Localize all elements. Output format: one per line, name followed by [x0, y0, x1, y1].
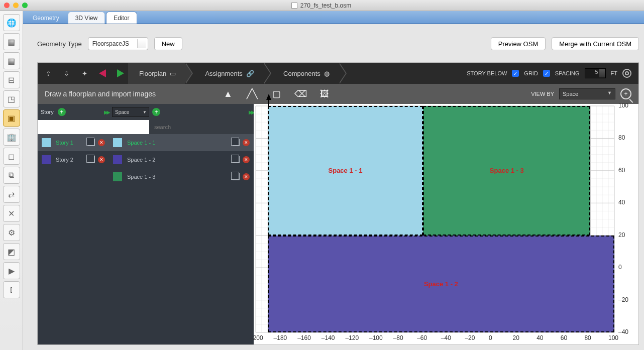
- rail-floorplan-icon[interactable]: ▣: [3, 109, 20, 127]
- delete-space-icon[interactable]: ✕: [243, 173, 250, 180]
- rail-wrench-icon[interactable]: ✕: [3, 205, 20, 222]
- x-tick: –140: [321, 334, 335, 341]
- x-tick: 0: [489, 334, 492, 341]
- add-story-button[interactable]: +: [58, 108, 66, 116]
- story-swatch: [42, 155, 51, 164]
- left-rail: 🌐▦▦⊟◳▣🏢◻⧉⇄✕⚙◩▶⫿: [0, 11, 23, 350]
- duplicate-space-icon[interactable]: [233, 156, 240, 163]
- grid-checkbox[interactable]: ✓: [543, 70, 550, 77]
- duplicate-space-icon[interactable]: [233, 173, 240, 180]
- y-tick: 40: [618, 199, 625, 206]
- story-below-label: STORY BELOW: [467, 70, 507, 76]
- spacing-unit: FT: [611, 70, 617, 76]
- rail-outlet-icon[interactable]: ⊟: [3, 71, 20, 88]
- rail-building-icon[interactable]: 🏢: [3, 129, 20, 146]
- space-name[interactable]: Space 1 - 1: [127, 140, 155, 146]
- x-tick: –40: [441, 334, 451, 341]
- x-tick: 80: [584, 334, 591, 341]
- zoom-window-button[interactable]: [22, 3, 28, 8]
- space-type-select[interactable]: Space: [112, 107, 149, 117]
- rail-blocks-icon[interactable]: ▦: [3, 52, 20, 69]
- y-tick: 60: [618, 167, 625, 174]
- rail-swap-icon[interactable]: ⇄: [3, 186, 20, 203]
- close-window-button[interactable]: [4, 3, 10, 8]
- delete-story-icon[interactable]: ✕: [98, 139, 105, 146]
- rail-box-icon[interactable]: ◻: [3, 148, 20, 165]
- gear-icon[interactable]: [622, 69, 631, 78]
- story-name[interactable]: Story 2: [56, 157, 73, 163]
- space-name[interactable]: Space 1 - 3: [127, 174, 155, 180]
- merge-osm-button[interactable]: Merge with Current OSM: [552, 37, 639, 50]
- crumb-assignments[interactable]: Assignments 🔗: [194, 63, 263, 84]
- floorplan-canvas[interactable]: Space 1 - 1Space 1 - 3Space 1 - 2 –200–1…: [254, 104, 638, 344]
- space-name[interactable]: Space 1 - 2: [127, 157, 155, 163]
- duplicate-story-icon[interactable]: [88, 139, 95, 146]
- editor-breadcrumb-bar: ⇪ ⇩ ✦ Floorplan ▭ Assignments 🔗 Compon: [38, 63, 638, 84]
- new-button[interactable]: New: [154, 37, 182, 50]
- zone-space-1---3[interactable]: Space 1 - 3: [423, 106, 590, 236]
- x-tick: 60: [561, 334, 567, 341]
- story-below-checkbox[interactable]: ✓: [512, 70, 519, 77]
- export-icon[interactable]: ⇩: [59, 66, 74, 81]
- story-header-label: Story: [41, 109, 54, 115]
- x-tick: –200: [250, 334, 263, 341]
- y-tick: 0: [618, 264, 622, 271]
- image-tool-icon[interactable]: 🖼: [318, 87, 331, 100]
- delete-space-icon[interactable]: ✕: [243, 139, 250, 146]
- settings-gears-icon[interactable]: ✦: [77, 66, 92, 81]
- zone-space-1---1[interactable]: Space 1 - 1: [268, 106, 423, 236]
- rail-globe-icon[interactable]: 🌐: [3, 14, 20, 31]
- zoom-icon[interactable]: [620, 88, 631, 99]
- rail-gear2-icon[interactable]: ⚙: [3, 224, 20, 241]
- list-header-row: Story + ▶▶ Space + ▶▶: [38, 104, 254, 120]
- preview-osm-button[interactable]: Preview OSM: [491, 37, 546, 50]
- spacing-label: SPACING: [555, 70, 580, 76]
- window-titlebar: 270_fs_test_b.osm: [0, 0, 644, 11]
- spacing-input[interactable]: 5: [585, 68, 606, 78]
- tab-editor[interactable]: Editor: [106, 12, 137, 24]
- rail-boxes-icon[interactable]: ⧉: [3, 167, 20, 184]
- undo-arrow-icon[interactable]: [95, 66, 110, 81]
- side-lists: Story 1 ✕ Space 1 - 1 ✕ Story 2 ✕ Space …: [38, 134, 254, 344]
- space-search-input[interactable]: [149, 120, 254, 134]
- y-tick: –40: [618, 328, 628, 335]
- tab-geometry[interactable]: Geometry: [25, 12, 67, 24]
- crumb-floorplan[interactable]: Floorplan ▭: [128, 63, 185, 84]
- cursor-tool-icon[interactable]: ▲: [222, 87, 235, 100]
- import-icon[interactable]: ⇪: [41, 66, 56, 81]
- rail-play-icon[interactable]: ▶: [3, 262, 20, 279]
- workbench: ⇪ ⇩ ✦ Floorplan ▭ Assignments 🔗 Compon: [37, 62, 639, 345]
- zone-space-1---2[interactable]: Space 1 - 2: [268, 236, 614, 332]
- duplicate-story-icon[interactable]: [88, 156, 95, 163]
- tab-3dview[interactable]: 3D View: [68, 12, 105, 24]
- x-tick: –180: [274, 334, 287, 341]
- rail-chart-icon[interactable]: ⫿: [3, 281, 20, 298]
- rail-calendar-icon[interactable]: ▦: [3, 33, 20, 50]
- rail-cube-icon[interactable]: ◳: [3, 90, 20, 107]
- story-swatch: [42, 138, 51, 147]
- story-expand-icon[interactable]: ▶▶: [104, 109, 109, 115]
- add-space-button[interactable]: +: [152, 108, 160, 116]
- delete-space-icon[interactable]: ✕: [243, 156, 250, 163]
- polyline-tool-icon[interactable]: ╱╲: [246, 87, 259, 100]
- rectangle-tool-icon[interactable]: ▢: [270, 87, 283, 100]
- crumb-components[interactable]: Components ◍: [272, 63, 339, 84]
- geometry-type-label: Geometry Type: [37, 40, 82, 48]
- editor-toolbar: Draw a floorplan and import images ▲ ╱╲ …: [38, 84, 638, 104]
- space-search: [149, 120, 254, 134]
- x-tick: –160: [297, 334, 311, 341]
- window-title: 270_fs_test_b.osm: [300, 2, 351, 9]
- duplicate-space-icon[interactable]: [233, 139, 240, 146]
- erase-tool-icon[interactable]: ⌫: [294, 87, 307, 100]
- viewby-select[interactable]: Space: [559, 88, 615, 99]
- x-tick: –120: [345, 334, 359, 341]
- minimize-window-button[interactable]: [13, 3, 19, 8]
- rail-surface-icon[interactable]: ◩: [3, 243, 20, 260]
- space-expand-icon[interactable]: ▶▶: [249, 109, 254, 115]
- geometry-type-select[interactable]: FloorspaceJS▴▾: [88, 37, 148, 50]
- story-name[interactable]: Story 1: [56, 140, 73, 146]
- x-tick: –60: [417, 334, 427, 341]
- delete-story-icon[interactable]: ✕: [98, 156, 105, 163]
- y-tick: 100: [618, 102, 628, 109]
- redo-arrow-icon[interactable]: [113, 66, 128, 81]
